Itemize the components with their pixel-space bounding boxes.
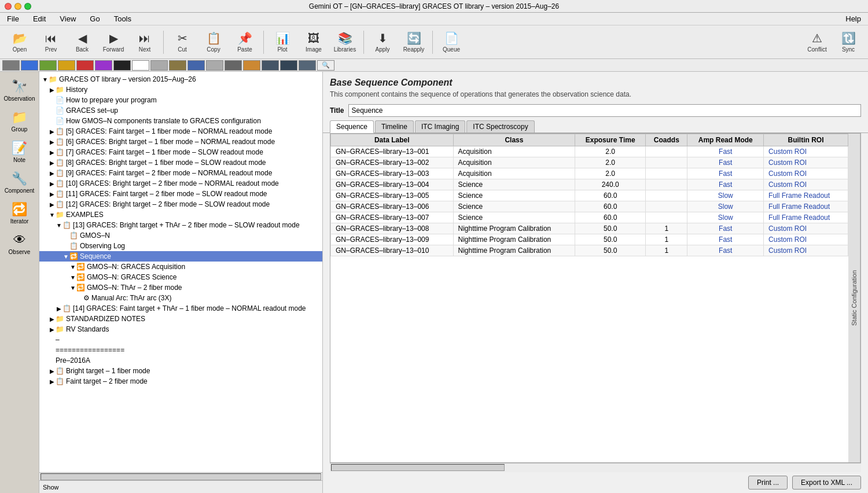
sidebar-item-component[interactable]: 🔧 Component (2, 168, 37, 197)
tag-slate[interactable] (262, 60, 279, 71)
back-button[interactable]: ◀ Back (67, 27, 97, 57)
col-builtin-roi[interactable]: Builtin ROI (764, 134, 848, 146)
tree-item-how-prepare[interactable]: 📄 How to prepare your program (39, 95, 322, 105)
sidebar-item-group[interactable]: 📁 Group (2, 107, 37, 135)
print-button[interactable]: Print ... (748, 476, 788, 490)
tree-horizontal-scrollbar[interactable] (39, 472, 322, 480)
tree-item-std-notes[interactable]: ▶ 📁 STANDARDIZED NOTES (39, 314, 322, 324)
close-btn[interactable] (5, 3, 12, 10)
paste-button[interactable]: 📌 Paste (230, 27, 260, 57)
sync-button[interactable]: 🔃 Sync (833, 27, 863, 57)
tree-faint2[interactable]: ▶ 📋 Faint target – 2 fiber mode (39, 376, 322, 387)
tree-item-13[interactable]: ▼ 📋 [13] GRACES: Bright target + ThAr – … (39, 220, 322, 230)
tree-item-rv[interactable]: ▶ 📁 RV Standards (39, 324, 322, 334)
table-row[interactable]: GN–GRACES–library–13–010 Nighttime Progr… (331, 245, 848, 256)
tree-item-manual-arc[interactable]: ⚙ Manual Arc: ThAr arc (3X) (39, 293, 322, 303)
tag-yellow[interactable] (58, 60, 75, 71)
table-row[interactable]: GN–GRACES–library–13–005 Science 60.0 Sl… (331, 190, 848, 201)
next-button[interactable]: ⏭ Next (130, 27, 160, 57)
forward-button[interactable]: ▶ Forward (98, 27, 128, 57)
tree-item-examples[interactable]: ▼ 📁 EXAMPLES (39, 209, 322, 220)
libraries-button[interactable]: 📚 Libraries (330, 27, 360, 57)
tag-blue[interactable] (21, 60, 38, 71)
tree-item-how-gmos[interactable]: 📄 How GMOS–N components translate to GRA… (39, 116, 322, 126)
table-row[interactable]: GN–GRACES–library–13–002 Acquisition 2.0… (331, 157, 848, 168)
menu-view[interactable]: View (57, 13, 78, 24)
menu-tools[interactable]: Tools (112, 13, 134, 24)
table-row[interactable]: GN–GRACES–library–13–008 Nighttime Progr… (331, 223, 848, 234)
export-xml-button[interactable]: Export to XML ... (792, 476, 861, 490)
table-horizontal-scrollbar[interactable] (330, 463, 861, 472)
table-row[interactable]: GN–GRACES–library–13–009 Nighttime Progr… (331, 234, 848, 245)
tree-item-9[interactable]: ▶ 📋 [9] GRACES: Faint target – 2 fiber m… (39, 168, 322, 178)
tag-darkgray[interactable] (225, 60, 242, 71)
table-row[interactable]: GN–GRACES–library–13–003 Acquisition 2.0… (331, 168, 848, 179)
reapply-button[interactable]: 🔄 Reapply (399, 27, 429, 57)
tree-scroll[interactable]: ▼ 📁 GRACES OT library – version 2015–Aug… (39, 72, 322, 472)
menu-go[interactable]: Go (87, 13, 102, 24)
tree-item-5[interactable]: ▶ 📋 [5] GRACES: Faint target – 1 fiber m… (39, 126, 322, 137)
image-button[interactable]: 🖼 Image (299, 27, 329, 57)
tag-steelblue[interactable] (299, 60, 316, 71)
menu-edit[interactable]: Edit (31, 13, 48, 24)
table-row[interactable]: GN–GRACES–library–13–004 Science 240.0 F… (331, 179, 848, 190)
tree-item-gmos-n[interactable]: 📋 GMOS–N (39, 230, 322, 241)
tree-item-11[interactable]: ▶ 📋 [11] GRACES: Faint target – 2 fiber … (39, 189, 322, 199)
sidebar-item-observation[interactable]: 🔭 Observation (2, 76, 37, 105)
tag-gray[interactable] (2, 60, 20, 71)
tree-item-gmos-sci[interactable]: ▼ 🔁 GMOS–N: GRACES Science (39, 272, 322, 282)
apply-button[interactable]: ⬇ Apply (367, 27, 398, 57)
cut-button[interactable]: ✂ Cut (167, 27, 197, 57)
tag-green[interactable] (39, 60, 57, 71)
sidebar-item-note[interactable]: 📝 Note (2, 138, 37, 166)
tag-black[interactable] (113, 60, 131, 71)
col-amp-read-mode[interactable]: Amp Read Mode (687, 134, 764, 146)
tree-item-7[interactable]: ▶ 📋 [7] GRACES: Faint target – 1 fiber m… (39, 147, 322, 157)
tag-orange[interactable] (243, 60, 260, 71)
tag-darkslate[interactable] (280, 60, 297, 71)
plot-button[interactable]: 📊 Plot (267, 27, 297, 57)
menu-file[interactable]: File (5, 13, 21, 24)
tree-item-gmos-thar[interactable]: ▼ 🔁 GMOS–N: ThAr – 2 fiber mode (39, 282, 322, 293)
title-input[interactable] (348, 104, 861, 117)
tag-white[interactable] (132, 60, 149, 71)
tree-item-14[interactable]: ▶ 📋 [14] GRACES: Faint target + ThAr – 1… (39, 303, 322, 314)
table-row[interactable]: GN–GRACES–library–13–007 Science 60.0 Sl… (331, 212, 848, 223)
tree-item-history[interactable]: ▶ 📁 History (39, 84, 322, 95)
col-data-label[interactable]: Data Label (331, 134, 454, 146)
tab-itc-imaging[interactable]: ITC Imaging (415, 120, 465, 133)
table-row[interactable]: GN–GRACES–library–13–006 Science 60.0 Sl… (331, 201, 848, 212)
tree-item-obs-log[interactable]: 📋 Observing Log (39, 241, 322, 251)
maximize-btn[interactable] (24, 3, 31, 10)
tab-itc-spectroscopy[interactable]: ITC Spectroscopy (466, 120, 534, 133)
table-scroll[interactable]: Data Label Class Exposure Time Coadds Am… (330, 134, 848, 462)
open-button[interactable]: 📂 Open (5, 27, 35, 57)
tag-red[interactable] (76, 60, 94, 71)
tree-item-gmos-acq[interactable]: ▼ 🔁 GMOS–N: GRACES Acquisition (39, 262, 322, 272)
tag-lightgray[interactable] (150, 60, 168, 71)
col-coadds[interactable]: Coadds (646, 134, 687, 146)
sidebar-item-observe[interactable]: 👁 Observe (2, 230, 37, 258)
tree-item-10[interactable]: ▶ 📋 [10] GRACES: Bright target – 2 fiber… (39, 178, 322, 189)
tree-root[interactable]: ▼ 📁 GRACES OT library – version 2015–Aug… (39, 74, 322, 84)
tag-silver[interactable] (206, 60, 223, 71)
conflict-button[interactable]: ⚠ Conflict (802, 27, 832, 57)
queue-button[interactable]: 📄 Queue (436, 27, 466, 57)
minimize-btn[interactable] (14, 3, 21, 10)
tree-item-12[interactable]: ▶ 📋 [12] GRACES: Bright target – 2 fiber… (39, 199, 322, 209)
tag-midblue[interactable] (187, 60, 205, 71)
tree-bright1[interactable]: ▶ 📋 Bright target – 1 fiber mode (39, 366, 322, 376)
table-row[interactable]: GN–GRACES–library–13–001 Acquisition 2.0… (331, 146, 848, 157)
copy-button[interactable]: 📋 Copy (198, 27, 229, 57)
prev-button[interactable]: ⏮ Prev (36, 27, 66, 57)
menu-help[interactable]: Help (843, 13, 863, 24)
tag-icon-search[interactable]: 🔍 (317, 60, 334, 71)
tree-item-graces-setup[interactable]: 📄 GRACES set–up (39, 105, 322, 116)
tree-item-sequence[interactable]: ▼ 🔁 Sequence (39, 251, 322, 262)
tag-brown[interactable] (169, 60, 186, 71)
tab-sequence[interactable]: Sequence (330, 120, 374, 133)
col-exposure-time[interactable]: Exposure Time (575, 134, 646, 146)
tree-item-6[interactable]: ▶ 📋 [6] GRACES: Bright target – 1 fiber … (39, 137, 322, 147)
tab-timeline[interactable]: Timeline (375, 120, 414, 133)
tag-purple[interactable] (95, 60, 112, 71)
